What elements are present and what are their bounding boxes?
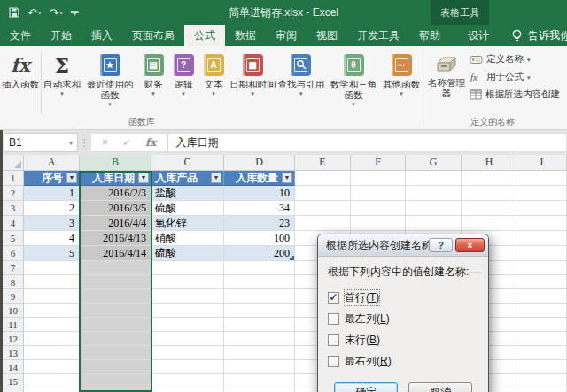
- checkbox-label[interactable]: 末行(B): [345, 333, 380, 348]
- cell[interactable]: 入库产品▼: [151, 171, 224, 186]
- row-header-6[interactable]: 6: [3, 246, 24, 261]
- cell[interactable]: 2016/4/4: [80, 216, 151, 231]
- cell[interactable]: 3: [24, 216, 80, 231]
- cell[interactable]: 入库日期▼: [80, 171, 151, 186]
- function-button-数学和三角函数[interactable]: θ数学和三角函数▾: [325, 49, 382, 110]
- dialog-title-bar[interactable]: 根据所选内容创建名称 ? ×: [318, 234, 488, 257]
- row-header-3[interactable]: 3: [3, 201, 24, 216]
- checkbox-label[interactable]: 首行(T): [345, 290, 379, 305]
- defined-names-item-用于公式[interactable]: fx用于公式▾: [470, 69, 560, 85]
- cell[interactable]: [224, 374, 295, 388]
- cell[interactable]: [224, 304, 295, 318]
- function-button-财务[interactable]: ▤财务▾: [138, 49, 168, 110]
- cell[interactable]: [151, 275, 224, 289]
- filter-dropdown-icon[interactable]: ▼: [138, 173, 149, 183]
- row-header-7[interactable]: 7: [3, 261, 24, 275]
- cell[interactable]: [462, 216, 517, 231]
- cell[interactable]: 入库数量▼: [224, 171, 295, 186]
- cell[interactable]: [351, 186, 406, 201]
- tab-审阅[interactable]: 审阅: [266, 25, 307, 46]
- row-header-13[interactable]: 13: [3, 346, 24, 360]
- cell[interactable]: 2016/4/14: [80, 246, 151, 261]
- cell[interactable]: 34: [224, 201, 295, 216]
- cell[interactable]: [406, 216, 462, 231]
- insert-function-fx-icon[interactable]: fx: [145, 136, 156, 149]
- cell[interactable]: [24, 388, 80, 392]
- function-button-查找与引用[interactable]: 查找与引用▾: [277, 49, 326, 110]
- checkbox-最右列[interactable]: [328, 356, 339, 367]
- cell[interactable]: [24, 346, 80, 360]
- cell[interactable]: [151, 304, 224, 318]
- cell[interactable]: [517, 304, 567, 318]
- cancel-x-icon[interactable]: ×: [102, 136, 108, 149]
- cell[interactable]: [24, 360, 80, 374]
- tab-文件[interactable]: 文件: [0, 25, 41, 46]
- cell[interactable]: [351, 216, 406, 231]
- cell[interactable]: [151, 346, 224, 360]
- tab-视图[interactable]: 视图: [307, 25, 347, 46]
- cell[interactable]: [151, 261, 224, 275]
- column-header-A[interactable]: A: [24, 155, 80, 171]
- cell[interactable]: 序号▼: [24, 171, 80, 186]
- cell[interactable]: 100: [224, 231, 295, 246]
- cell[interactable]: [224, 289, 295, 304]
- cell[interactable]: [224, 360, 295, 374]
- row-header-11[interactable]: 11: [3, 318, 24, 332]
- cell[interactable]: [224, 388, 295, 392]
- cell[interactable]: 硫酸: [151, 201, 224, 216]
- cell[interactable]: 氧化锌: [151, 216, 224, 231]
- function-button-日期和时间[interactable]: ▦日期和时间▾: [229, 49, 277, 110]
- defined-names-item-根据所选内容创建[interactable]: 根据所选内容创建: [470, 87, 560, 103]
- cell[interactable]: [517, 246, 567, 261]
- tab-开始[interactable]: 开始: [41, 25, 82, 46]
- cell[interactable]: [224, 261, 295, 275]
- defined-names-item-定义名称[interactable]: 定义名称▾: [470, 51, 560, 67]
- cell[interactable]: [517, 360, 567, 374]
- row-header-8[interactable]: 8: [3, 275, 24, 289]
- cell[interactable]: [24, 318, 80, 332]
- cell[interactable]: 盐酸: [151, 186, 224, 201]
- cell[interactable]: [517, 171, 567, 186]
- cell[interactable]: [224, 275, 295, 289]
- row-header-9[interactable]: 9: [3, 289, 24, 304]
- cell[interactable]: 23: [224, 216, 295, 231]
- cell[interactable]: [406, 201, 462, 216]
- row-header-1[interactable]: 1: [3, 171, 24, 186]
- cell[interactable]: [224, 332, 295, 346]
- formula-bar-handle[interactable]: ⋮: [78, 137, 90, 149]
- cell[interactable]: [24, 332, 80, 346]
- cell[interactable]: 硝酸: [151, 231, 224, 246]
- cell[interactable]: 2016/3/5: [80, 201, 151, 216]
- cell[interactable]: 2: [24, 201, 80, 216]
- cell[interactable]: [80, 360, 151, 374]
- tab-公式[interactable]: 公式: [184, 25, 225, 46]
- cell[interactable]: [151, 360, 224, 374]
- cell[interactable]: [462, 186, 517, 201]
- checkbox-最左列[interactable]: [328, 313, 339, 325]
- cell[interactable]: [151, 332, 224, 346]
- cell[interactable]: [24, 275, 80, 289]
- cell[interactable]: [224, 346, 295, 360]
- cell[interactable]: [517, 261, 567, 275]
- function-button-其他函数[interactable]: ⋯其他函数▾: [382, 49, 421, 110]
- dialog-close-button[interactable]: ×: [455, 238, 485, 252]
- filter-dropdown-icon[interactable]: ▼: [66, 173, 77, 183]
- cell[interactable]: [517, 388, 567, 392]
- column-header-F[interactable]: F: [351, 155, 406, 171]
- insert-function-button[interactable]: fx 插入函数: [1, 49, 40, 91]
- cell[interactable]: [462, 171, 517, 186]
- formula-input[interactable]: 入库日期: [167, 133, 567, 152]
- row-header-5[interactable]: 5: [3, 231, 24, 246]
- cell[interactable]: 1: [24, 186, 80, 201]
- cell[interactable]: [517, 201, 567, 216]
- tell-me-box[interactable]: 告诉我你想要: [499, 25, 567, 46]
- checkbox-末行[interactable]: [328, 334, 339, 346]
- row-header-12[interactable]: 12: [3, 332, 24, 346]
- tab-帮助[interactable]: 帮助: [409, 25, 450, 46]
- row-header-2[interactable]: 2: [3, 186, 24, 201]
- tab-开发工具[interactable]: 开发工具: [347, 25, 409, 46]
- cell[interactable]: [80, 261, 151, 275]
- cell[interactable]: [406, 171, 462, 186]
- name-box[interactable]: B1 ▾: [4, 133, 78, 152]
- cell[interactable]: [517, 332, 567, 346]
